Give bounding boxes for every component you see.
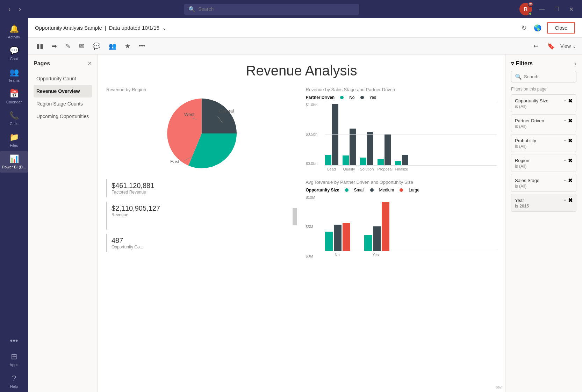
sidebar-label-powerbi: Power BI (D... <box>2 165 26 169</box>
filter-actions-probability: ⌄ ✖ <box>563 137 573 144</box>
filter-search[interactable]: 🔍 <box>511 71 576 82</box>
filter-item-probability[interactable]: Probability ⌄ ✖ is (All) <box>511 134 576 152</box>
pages-close-button[interactable]: ✕ <box>87 60 92 67</box>
filter-clear-partner[interactable]: ✖ <box>568 117 573 124</box>
kpi-factored-label: Factored Revenue <box>112 190 154 195</box>
chat-button[interactable]: 💬 <box>90 40 103 52</box>
more-button[interactable]: ••• <box>136 40 148 52</box>
sidebar-item-apps[interactable]: ⊞ Apps <box>0 349 28 370</box>
bookmark-button[interactable]: 🔖 <box>544 40 558 52</box>
arrow-button[interactable]: ➡ <box>49 40 60 52</box>
filter-search-input[interactable] <box>524 74 573 79</box>
filter-search-icon: 🔍 <box>515 73 522 80</box>
forward-button[interactable]: › <box>16 4 24 14</box>
sidebar-item-files[interactable]: 📁 Files <box>0 129 28 151</box>
filter-chevron-sales-stage[interactable]: ⌄ <box>563 177 567 184</box>
filter-item-opportunity-size[interactable]: Opportunity Size ⌄ ✖ is (All) <box>511 94 576 112</box>
kpi-revenue: $2,110,905,127 Revenue <box>106 202 297 230</box>
revenue-mini-bar <box>292 204 297 225</box>
legend-yes-dot <box>360 96 364 99</box>
sidebar-item-help[interactable]: ? Help <box>0 370 28 392</box>
sidebar-item-calendar[interactable]: 📅 Calendar <box>0 86 28 108</box>
filter-clear-opp-size[interactable]: ✖ <box>568 97 573 104</box>
star-button[interactable]: ★ <box>122 40 133 52</box>
bar-chart-legend: Partner Driven No Yes <box>306 95 497 100</box>
filter-clear-probability[interactable]: ✖ <box>568 137 573 144</box>
sidebar-item-teams[interactable]: 👥 Teams <box>0 64 28 86</box>
filter-item-year[interactable]: Year ⌄ ✖ is 2015 <box>511 194 576 212</box>
x-label-proposal: Proposal <box>378 167 391 171</box>
chat-icon: 💬 <box>9 46 19 55</box>
refresh-button[interactable]: ↻ <box>520 23 528 33</box>
bar-chart-label: Revenue by Sales Stage and Partner Drive… <box>306 87 497 92</box>
filter-item-header-sales-stage: Sales Stage ⌄ ✖ <box>515 177 573 184</box>
undo-button[interactable]: ↩ <box>531 40 541 52</box>
globe-button[interactable]: 🌎 <box>532 23 543 33</box>
filters-panel: ▿ Filters › 🔍 Filters on this page Oppor… <box>505 55 582 392</box>
sidebar-item-powerbi[interactable]: 📊 Power BI (D... <box>0 151 28 173</box>
page-item-opportunity-count[interactable]: Opportunity Count <box>34 72 92 85</box>
close-button[interactable]: Close <box>547 22 575 34</box>
avg-group-yes <box>364 202 389 251</box>
filter-chevron-region[interactable]: ⌄ <box>563 157 567 164</box>
sidebar-item-activity[interactable]: 🔔 Activity <box>0 21 28 43</box>
left-column: Revenue by Region <box>106 87 297 257</box>
filters-expand-button[interactable]: › <box>575 60 576 67</box>
filter-clear-year[interactable]: ✖ <box>568 197 573 204</box>
filter-item-header-partner: Partner Driven ⌄ ✖ <box>515 117 573 124</box>
kpi-opportunity-count: 487 Opportunity Co... <box>106 234 297 252</box>
sidebar-item-more[interactable]: ••• <box>0 333 28 349</box>
edit-button[interactable]: ✎ <box>63 40 73 52</box>
kpi-section: $461,120,881 Factored Revenue $2,110,905… <box>106 179 297 252</box>
pie-chart-label: Revenue by Region <box>106 87 297 92</box>
search-icon: 🔍 <box>188 6 195 13</box>
search-input[interactable] <box>198 6 355 12</box>
filter-chevron-year[interactable]: ⌄ <box>563 197 567 204</box>
page-item-region-stage-counts[interactable]: Region Stage Counts <box>34 97 92 110</box>
page-item-revenue-overview[interactable]: Revenue Overview <box>34 85 92 97</box>
activity-icon-wrap: 🔔 <box>9 24 19 34</box>
filter-item-region[interactable]: Region ⌄ ✖ is (All) <box>511 154 576 172</box>
teams-share-button[interactable]: 👥 <box>106 40 119 52</box>
filter-clear-region[interactable]: ✖ <box>568 157 573 164</box>
kpi-factored-revenue: $461,120,881 Factored Revenue <box>106 179 297 197</box>
report-title-text: Opportunity Analysis Sample <box>35 25 102 31</box>
kpi-opp-content: 487 Opportunity Co... <box>112 237 143 249</box>
sidebar-item-calls[interactable]: 📞 Calls <box>0 108 28 129</box>
avg-bar-yes-medium <box>373 226 381 251</box>
maximize-button[interactable]: ❐ <box>552 5 562 14</box>
window-close-button[interactable]: ✕ <box>566 5 576 14</box>
minimize-button[interactable]: — <box>536 5 547 14</box>
filter-chevron-opp-size[interactable]: ⌄ <box>563 97 567 104</box>
y-label-1bn: $1.0bn <box>306 103 318 107</box>
view-button[interactable]: View ⌄ <box>560 43 576 49</box>
filter-item-partner-driven[interactable]: Partner Driven ⌄ ✖ is (All) <box>511 114 576 132</box>
filter-item-header-opp-size: Opportunity Size ⌄ ✖ <box>515 97 573 104</box>
chevron-down-icon[interactable]: ⌄ <box>162 25 167 31</box>
sidebar-label-help: Help <box>10 384 18 389</box>
filter-clear-sales-stage[interactable]: ✖ <box>568 177 573 184</box>
filter-chevron-probability[interactable]: ⌄ <box>563 137 567 144</box>
back-button[interactable]: ‹ <box>6 4 13 14</box>
mail-button[interactable]: ✉ <box>76 40 87 52</box>
filter-name-sales-stage: Sales Stage <box>515 178 539 183</box>
table-icon-button[interactable]: ▮▮ <box>34 40 46 52</box>
legend-no-label: No <box>349 95 354 100</box>
avg-bars-inner: No Yes <box>325 195 497 257</box>
teams-icon: 👥 <box>9 68 19 77</box>
page-item-upcoming-opportunities[interactable]: Upcoming Opportunities <box>34 110 92 123</box>
bar-x-labels: Lead Qualify Solution Proposal Finalize <box>325 167 497 171</box>
legend-small-label: Small <box>354 188 365 193</box>
kpi-revenue-bar <box>292 204 297 227</box>
bar-lead-no <box>325 155 331 165</box>
sidebar-label-files: Files <box>10 143 18 147</box>
sidebar-item-chat[interactable]: 💬 Chat <box>0 43 28 64</box>
pie-segment-east <box>202 99 237 133</box>
filter-chevron-partner[interactable]: ⌄ <box>563 117 567 124</box>
filter-item-sales-stage[interactable]: Sales Stage ⌄ ✖ is (All) <box>511 174 576 192</box>
global-search[interactable]: 🔍 <box>184 4 359 15</box>
bar-qualify-no <box>343 155 349 165</box>
avatar[interactable]: R R1 <box>519 3 532 15</box>
bar-chart-inner: Lead Qualify Solution Proposal Finalize <box>325 103 497 171</box>
x-label-finalize: Finalize <box>395 167 408 171</box>
